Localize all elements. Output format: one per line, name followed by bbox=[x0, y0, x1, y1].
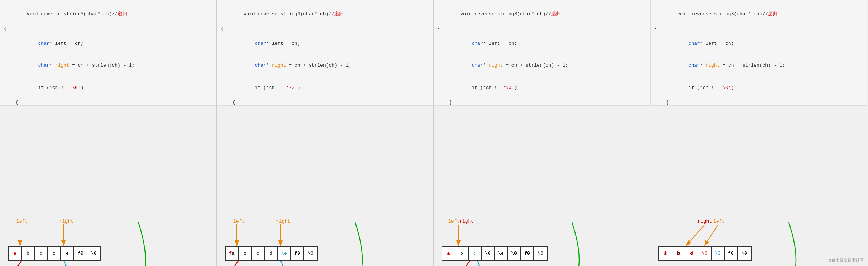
label-right-1: right bbox=[59, 219, 73, 224]
label-right-4: right bbox=[698, 219, 712, 224]
cell-a: a bbox=[9, 247, 22, 260]
cell-n4a: \0 bbox=[698, 247, 712, 260]
code-line: char* right = ch + strlen(ch) - 1; bbox=[654, 55, 863, 77]
diagram-section-2: left right bbox=[217, 211, 434, 266]
code-line: { bbox=[4, 25, 212, 32]
panel-1: void reverse_string3(char* ch)//递归 { cha… bbox=[0, 0, 217, 266]
watermark: @稀土掘金技术社区 bbox=[828, 258, 864, 263]
array-box-3: a b c \0 \e \0 f0 \0 bbox=[442, 246, 548, 261]
svg-line-5 bbox=[687, 225, 704, 245]
cell-null: \0 bbox=[87, 247, 100, 260]
code-line: { bbox=[221, 99, 429, 106]
cell-c2: c bbox=[252, 247, 265, 260]
code-section-2: void reverse_string3(char* ch)//递归 { cha… bbox=[217, 0, 433, 106]
cell-b: b bbox=[22, 247, 35, 260]
svg-line-6 bbox=[705, 225, 718, 245]
cell-b2: b bbox=[239, 247, 252, 260]
cell-n3a: \0 bbox=[482, 247, 495, 260]
cell-b3: b bbox=[455, 247, 469, 260]
label-left-2: left bbox=[233, 219, 244, 224]
code-line: if (*ch != '\0') bbox=[654, 77, 863, 98]
code-line: if (*ch != '\0') bbox=[4, 77, 212, 98]
cell-d: d bbox=[48, 247, 61, 260]
code-line: { bbox=[438, 99, 646, 106]
code-line: { bbox=[654, 99, 863, 106]
array-box-1: a b c d e f0 \0 bbox=[8, 246, 101, 261]
array-box-4: a b c \0 \0 f0 \0 bbox=[658, 246, 752, 261]
cell-a3: a bbox=[442, 247, 455, 260]
code-line: if (*ch != '\0') bbox=[438, 77, 646, 98]
diagram-section-3: leftright bbox=[434, 211, 650, 266]
main-container: void reverse_string3(char* ch)//递归 { cha… bbox=[0, 0, 868, 266]
cell-n4b: \0 bbox=[712, 247, 725, 260]
code-section-3: void reverse_string3(char* ch)//递归 { cha… bbox=[434, 0, 650, 106]
cell-d2: d bbox=[265, 247, 278, 260]
code-line: void reverse_string3(char* ch)//递归 bbox=[4, 3, 212, 25]
code-line: char* left = ch; bbox=[221, 33, 429, 55]
code-line: char* right = ch + strlen(ch) - 1; bbox=[4, 55, 212, 77]
label-right-2: right bbox=[276, 219, 290, 224]
cell-f0: f0 bbox=[74, 247, 87, 260]
cell-null2: \0 bbox=[304, 247, 317, 260]
cell-e2: \e bbox=[278, 247, 291, 260]
label-left-4: left bbox=[713, 219, 725, 224]
code-line: if (*ch != '\0') bbox=[221, 77, 429, 98]
cell-c4: c bbox=[685, 247, 698, 260]
cell-c: c bbox=[35, 247, 48, 260]
label-left-1: left bbox=[16, 219, 28, 224]
array-box-2: fa b c d \e f0 \0 bbox=[225, 246, 318, 261]
cell-null4: \0 bbox=[738, 247, 751, 260]
label-leftright-3: leftright bbox=[448, 219, 474, 224]
code-line: { bbox=[654, 25, 863, 32]
cell-c3: c bbox=[469, 247, 482, 260]
panel-3: void reverse_string3(char* ch)//递归 { cha… bbox=[434, 0, 650, 266]
cell-b4: b bbox=[672, 247, 685, 260]
cell-a4: a bbox=[659, 247, 672, 260]
code-line: char* right = ch + strlen(ch) - 1; bbox=[438, 55, 646, 77]
code-line: void reverse_string3(char* ch)//递归 bbox=[438, 3, 646, 25]
code-line: void reverse_string3(char* ch)//递归 bbox=[654, 3, 863, 25]
code-line: char* left = ch; bbox=[654, 33, 863, 55]
code-line: char* left = ch; bbox=[438, 33, 646, 55]
cell-f02: f0 bbox=[291, 247, 304, 260]
cell-e: e bbox=[61, 247, 74, 260]
code-text: void reverse_string3(char* ch)// bbox=[27, 11, 118, 17]
code-line: char* left = ch; bbox=[4, 33, 212, 55]
cell-e3: \e bbox=[495, 247, 508, 260]
code-line: char* right = ch + strlen(ch) - 1; bbox=[221, 55, 429, 77]
diagram-section-1: left right bbox=[0, 211, 217, 266]
code-line: { bbox=[221, 25, 429, 32]
code-text: 递归 bbox=[118, 11, 127, 17]
cell-fa: fa bbox=[226, 247, 239, 260]
panel-4: void reverse_string3(char* ch)//递归 { cha… bbox=[650, 0, 867, 266]
code-section-1: void reverse_string3(char* ch)//递归 { cha… bbox=[0, 0, 216, 106]
cell-f03: f0 bbox=[521, 247, 534, 260]
cell-f04: f0 bbox=[725, 247, 738, 260]
code-section-4: void reverse_string3(char* ch)//递归 { cha… bbox=[650, 0, 867, 106]
cell-n3b: \0 bbox=[508, 247, 521, 260]
code-line: { bbox=[4, 99, 212, 106]
code-line: void reverse_string3(char* ch)//递归 bbox=[221, 3, 429, 25]
code-line: { bbox=[438, 25, 646, 32]
cell-null3: \0 bbox=[534, 247, 547, 260]
panel-2: void reverse_string3(char* ch)//递归 { cha… bbox=[217, 0, 434, 266]
